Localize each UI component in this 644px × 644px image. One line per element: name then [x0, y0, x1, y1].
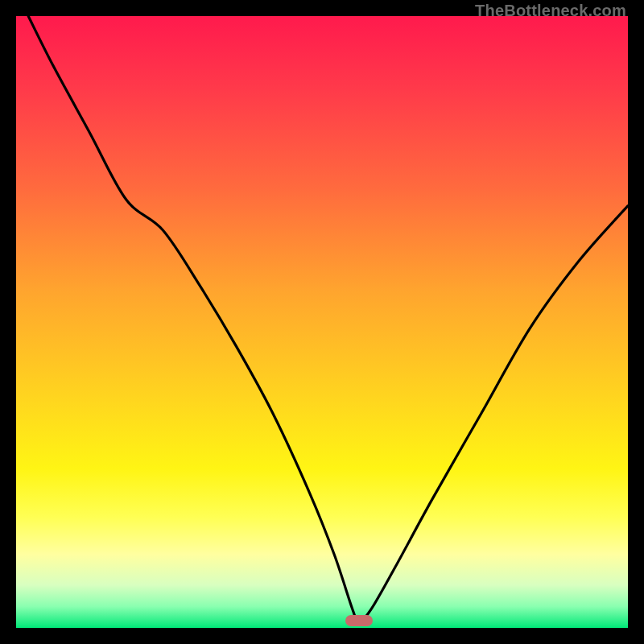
minimum-marker	[345, 615, 373, 626]
watermark-label: TheBottleneck.com	[475, 2, 626, 20]
bottleneck-curve	[16, 16, 628, 628]
plot-area	[16, 16, 628, 628]
outer-frame: TheBottleneck.com	[0, 0, 644, 644]
